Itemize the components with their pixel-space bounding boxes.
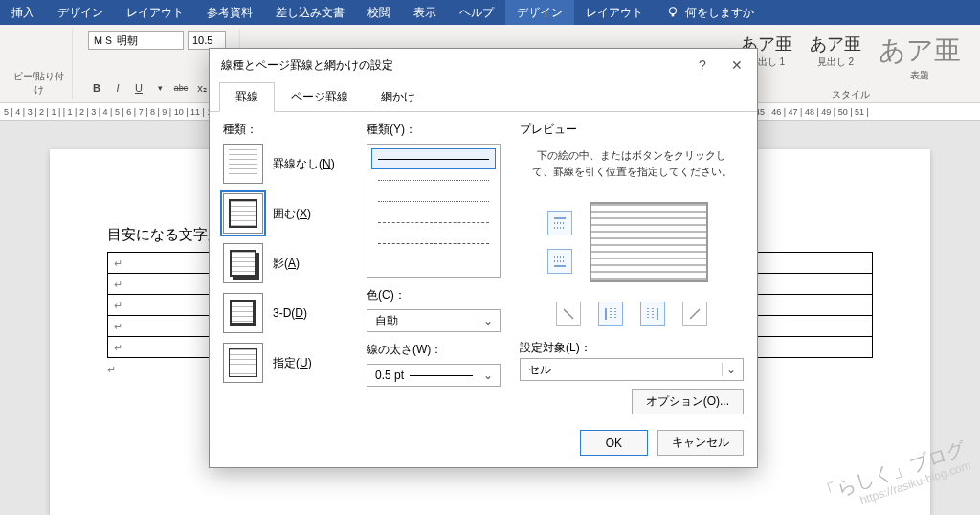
setting-3d[interactable]: 3-D(D) (223, 293, 357, 333)
borders-shading-dialog: 線種とページ罫線と網かけの設定 ? ✕ 罫線 ページ罫線 網かけ 種類： 罫線な… (209, 48, 758, 468)
ok-button[interactable]: OK (580, 430, 648, 456)
tab-mailings[interactable]: 差し込み文書 (264, 0, 356, 25)
setting-3d-icon (223, 293, 263, 333)
tab-layout[interactable]: レイアウト (115, 0, 195, 25)
tab-borders[interactable]: 罫線 (219, 82, 275, 112)
bold-button[interactable]: B (88, 79, 105, 97)
preview-canvas[interactable] (582, 194, 716, 290)
ribbon-tabs: 挿入 デザイン レイアウト 参考資料 差し込み文書 校閲 表示 ヘルプ デザイン… (0, 0, 980, 25)
cancel-button[interactable]: キャンセル (657, 430, 744, 456)
tab-table-layout[interactable]: レイアウト (574, 0, 655, 25)
tell-me-label: 何をしますか (685, 5, 754, 21)
width-value: 0.5 pt (375, 369, 404, 382)
svg-rect-1 (672, 14, 675, 17)
italic-button[interactable]: I (109, 79, 126, 97)
setting-none-icon (223, 144, 263, 184)
preview-hint: 下の絵の中、またはボタンをクリックして、罫線を引く位置を指定してください。 (520, 144, 744, 189)
setting-none[interactable]: 罫線なし(N) (223, 144, 357, 184)
dialog-footer: OK キャンセル (210, 420, 757, 467)
chevron-down-icon: ⌄ (722, 363, 739, 376)
tell-me[interactable]: 何をしますか (655, 0, 766, 25)
line-style-list[interactable] (367, 144, 501, 278)
line-style-solid[interactable] (371, 148, 496, 169)
tab-insert[interactable]: 挿入 (0, 0, 46, 25)
settings-label: 種類： (223, 122, 357, 138)
line-style-dotted2[interactable] (371, 190, 496, 212)
tab-design[interactable]: デザイン (46, 0, 115, 25)
tab-references[interactable]: 参考資料 (195, 0, 264, 25)
style-heading2[interactable]: あア亜見出し 2 (804, 31, 867, 84)
font-name-select[interactable] (88, 31, 184, 50)
help-button[interactable]: ? (688, 55, 717, 76)
svg-point-0 (670, 8, 677, 14)
strike-button[interactable]: abc (172, 79, 189, 97)
line-style-dotted[interactable] (371, 169, 496, 190)
color-value: 自動 (375, 313, 398, 329)
border-left-button[interactable] (598, 302, 623, 326)
setting-shadow[interactable]: 影(A) (223, 243, 357, 283)
styles-label: スタイル (735, 88, 967, 101)
close-button[interactable]: ✕ (723, 55, 751, 76)
styles-group: あア亜見出し 1 あア亜見出し 2 あア亜表題 スタイル (727, 29, 974, 99)
svg-line-15 (690, 309, 700, 319)
chevron-down-icon: ⌄ (479, 369, 496, 382)
width-combo[interactable]: 0.5 pt ⌄ (367, 364, 501, 387)
line-style-dashed[interactable] (371, 212, 496, 233)
svg-line-8 (564, 309, 573, 319)
setting-shadow-icon (223, 243, 263, 283)
setting-box-icon (223, 193, 263, 234)
dialog-tabs: 罫線 ページ罫線 網かけ (210, 81, 757, 112)
border-top-button[interactable] (547, 211, 572, 235)
font-size-select[interactable] (188, 31, 226, 50)
setting-custom[interactable]: 指定(U) (223, 343, 357, 383)
apply-to-value: セル (528, 362, 551, 378)
style-title[interactable]: あア亜表題 (873, 31, 967, 84)
tab-table-design[interactable]: デザイン (505, 0, 574, 25)
clipboard-group: ピー/貼り付け (6, 29, 73, 99)
dialog-title: 線種とページ罫線と網かけの設定 (221, 57, 393, 74)
diagonal-up-button[interactable] (682, 302, 707, 326)
setting-custom-icon (223, 343, 263, 383)
apply-to-combo[interactable]: セル ⌄ (520, 358, 744, 381)
line-style-dashdot[interactable] (371, 233, 496, 254)
tab-review[interactable]: 校閲 (356, 0, 402, 25)
tab-help[interactable]: ヘルプ (448, 0, 505, 25)
clipboard-label: ピー/貼り付け (13, 70, 64, 97)
dialog-titlebar: 線種とページ罫線と網かけの設定 ? ✕ (210, 49, 757, 81)
options-button[interactable]: オプション(O)... (632, 389, 744, 414)
chevron-down-icon: ⌄ (479, 314, 496, 327)
tab-page-border[interactable]: ページ罫線 (275, 82, 365, 112)
apply-to-label: 設定対象(L)： (520, 340, 744, 356)
diagonal-down-button[interactable] (556, 302, 581, 326)
width-label: 線の太さ(W)： (367, 342, 510, 358)
color-label: 色(C)： (367, 287, 510, 303)
setting-box[interactable]: 囲む(X) (223, 193, 357, 234)
tab-shading[interactable]: 網かけ (365, 82, 432, 112)
style-label: 種類(Y)： (367, 122, 510, 138)
color-combo[interactable]: 自動 ⌄ (367, 309, 501, 332)
border-right-button[interactable] (640, 302, 665, 326)
preview-label: プレビュー (520, 122, 744, 138)
border-bottom-button[interactable] (547, 249, 572, 274)
underline-button[interactable]: U (130, 79, 147, 97)
tab-view[interactable]: 表示 (402, 0, 448, 25)
lightbulb-icon (666, 6, 679, 19)
